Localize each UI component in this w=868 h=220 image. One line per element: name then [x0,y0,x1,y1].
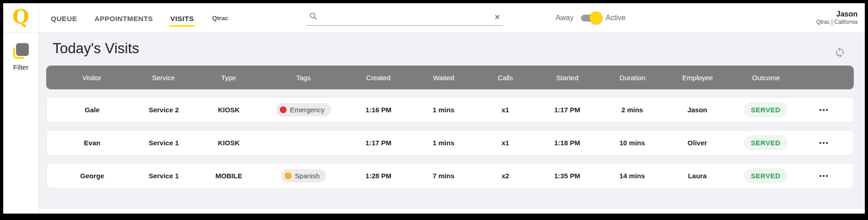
filter-label: Filter [13,63,28,71]
col-visitor: Visitor [53,74,131,82]
main-nav: QUEUE APPOINTMENTS VISITS Qtrac [51,5,228,31]
col-service: Service [131,74,196,82]
workspace-label[interactable]: Qtrac [212,15,228,22]
visits-panel: Today's Visits Visitor Service Type Tags… [39,33,865,209]
tab-queue[interactable]: QUEUE [51,5,77,31]
user-org: Qtrac | California [816,19,857,26]
cell-service: Service 1 [131,139,196,147]
tab-visits[interactable]: VISITS [170,5,194,31]
cell-duration: 10 mins [600,139,665,147]
cell-type: KIOSK [196,106,261,114]
cell-service: Service 1 [131,172,196,180]
cell-visitor: Evan [53,139,131,147]
row-menu-icon[interactable]: ••• [802,139,847,147]
table-header: Visitor Service Type Tags Created Waited… [46,66,854,89]
presence-toggle-group: Away Active [556,14,625,22]
table-row[interactable]: George Service 1 MOBILE Spanish 1:28 PM … [46,163,854,188]
tag-dot [285,172,292,179]
cell-started: 1:18 PM [535,139,600,147]
cell-duration: 14 mins [600,172,665,180]
presence-toggle-knob [590,11,602,24]
cell-waited: 1 mins [411,139,476,147]
left-sidebar: Filter [3,33,39,214]
filter-icon [12,42,30,60]
cell-type: KIOSK [196,139,261,147]
app-window: Q QUEUE APPOINTMENTS VISITS Qtrac ✕ Away… [3,3,865,214]
tag-label: Spanish [295,172,320,180]
cell-employee: Jason [665,106,730,114]
col-waited: Waited [411,74,476,82]
search-input[interactable] [321,13,493,21]
status-badge: SERVED [744,135,787,150]
cell-waited: 1 mins [411,106,476,114]
col-started: Started [535,74,600,82]
col-calls: Calls [476,74,535,82]
presence-toggle[interactable] [581,15,598,22]
col-outcome: Outcome [730,74,802,82]
qtrac-logo[interactable]: Q [3,3,39,33]
tag-label: Emergency [290,106,325,114]
col-employee: Employee [665,74,730,82]
cell-started: 1:17 PM [535,106,600,114]
tag-pill: Emergency [276,103,331,116]
row-menu-icon[interactable]: ••• [802,172,847,180]
user-menu[interactable]: Jason Qtrac | California [816,10,865,26]
cell-duration: 2 mins [600,106,665,114]
tag-pill: Spanish [281,169,326,182]
cell-employee: Oliver [665,139,730,147]
cell-type: MOBILE [196,172,261,180]
cell-employee: Laura [665,172,730,180]
cell-outcome: SERVED [730,168,801,183]
col-duration: Duration [600,74,665,82]
status-badge: SERVED [744,168,787,183]
qtrac-logo-letter: Q [12,7,29,27]
cell-created: 1:28 PM [346,172,411,180]
cell-visitor: Gale [53,106,131,114]
status-badge: SERVED [744,102,787,117]
user-name: Jason [816,10,857,19]
tab-appointments[interactable]: APPOINTMENTS [94,5,153,31]
presence-away-label: Away [556,14,574,22]
cell-tags: Spanish [261,169,346,182]
cell-created: 1:16 PM [346,106,411,114]
cell-calls: x1 [476,139,535,147]
cell-waited: 7 mins [411,172,476,180]
cell-outcome: SERVED [730,102,801,117]
cell-calls: x1 [476,106,535,114]
filter-button[interactable]: Filter [12,42,30,71]
table-row[interactable]: Evan Service 1 KIOSK 1:17 PM 1 mins x1 1… [46,130,854,155]
cell-created: 1:17 PM [346,139,411,147]
search-icon [309,12,318,22]
col-created: Created [346,74,411,82]
row-menu-icon[interactable]: ••• [802,106,847,114]
cell-tags: Emergency [261,103,346,116]
cell-service: Service 2 [131,106,196,114]
refresh-icon[interactable] [834,47,846,58]
top-bar: Q QUEUE APPOINTMENTS VISITS Qtrac ✕ Away… [3,3,865,33]
col-tags: Tags [261,74,346,82]
cell-outcome: SERVED [730,135,801,150]
cell-visitor: George [53,172,131,180]
cell-calls: x2 [476,172,535,180]
search-box: ✕ [306,10,503,26]
page-title: Today's Visits [46,40,139,57]
tag-dot [280,106,287,113]
cell-started: 1:35 PM [535,172,600,180]
col-type: Type [196,74,261,82]
presence-active-label: Active [606,14,626,22]
table-row[interactable]: Gale Service 2 KIOSK Emergency 1:16 PM 1… [46,97,854,122]
search-clear-icon[interactable]: ✕ [492,13,502,22]
